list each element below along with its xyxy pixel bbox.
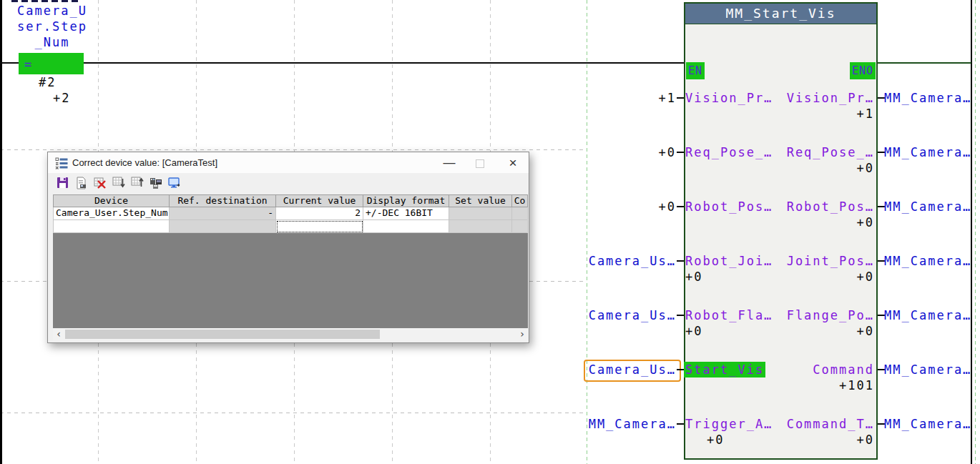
column-header: Set value [449,194,512,207]
fb-output-value: +0 [857,269,874,285]
fb-left-operand[interactable]: +0 [659,199,676,214]
column-header: Co [512,194,528,207]
co-cell [512,207,528,220]
pin-connector [677,369,684,370]
device-cell[interactable] [53,220,170,233]
pin-connector [677,260,684,262]
contact-operand-label[interactable]: Camera_User.Step_Num [6,3,99,50]
horizontal-scrollbar[interactable]: ‹ › [53,328,528,340]
fb-right-operand[interactable]: MM_Camera… [884,253,971,269]
fb-output-value: +0 [857,323,874,339]
fb-output-value: +1 [857,106,874,122]
dialog-toolbar [48,173,529,193]
fb-output-value: +0 [857,214,874,230]
fb-output-pin[interactable]: Flange_Po… [787,307,874,323]
right-power-rail [971,0,972,464]
current-value-cell[interactable]: 2 [276,207,363,220]
contact-operand-line: ser.Step [17,19,87,34]
left-power-rail [0,0,2,464]
fb-input-pin[interactable]: Vision_Pr… [685,90,773,106]
fb-input-value: +0 [707,432,724,448]
fb-output-pin[interactable]: Vision_Pr… [787,90,874,106]
fb-right-operand[interactable]: MM_Camera… [884,416,971,432]
table-row: Camera_User.Step_Num - 2 +/-DEC 16BIT [53,207,528,220]
table-empty-area [53,233,528,328]
pin-connector [677,152,684,153]
set-value-cell[interactable] [449,220,512,233]
device-value-table: Device Ref. destination Current value Di… [53,194,528,233]
ref-destination-cell [170,220,276,233]
display-format-cell[interactable]: +/-DEC 16BIT [363,207,449,220]
dialog-titlebar[interactable]: Correct device value: [CameraTest] — × [48,152,529,173]
minimize-button[interactable]: — [437,154,461,171]
fb-right-operand[interactable]: MM_Camera… [884,90,971,106]
set-value-cell[interactable] [449,207,512,220]
device-cell[interactable]: Camera_User.Step_Num [53,207,170,220]
fb-input-value: +0 [685,323,702,339]
display-format-cell[interactable] [363,220,449,233]
fb-output-value: +0 [857,432,874,448]
fb-output-pin[interactable]: Command [813,362,874,377]
contact-operand-line: _Num [35,35,70,49]
correct-device-value-dialog: Correct device value: [CameraTest] — × [47,152,529,343]
rung-line [878,62,971,64]
fb-input-value: +0 [685,269,702,285]
fb-right-operand[interactable]: MM_Camera… [884,362,971,377]
fb-output-value: +0 [857,160,874,176]
current-value-cell-focused[interactable] [276,220,363,233]
grid-line-horizontal [0,413,587,413]
comparison-operator: = [24,56,33,72]
fb-output-pin[interactable]: Req_Pose_… [787,144,874,160]
table-header-row: Device Ref. destination Current value Di… [53,194,528,207]
fb-input-pin[interactable]: Trigger_A… [685,416,773,432]
fb-left-operand[interactable]: MM_Camera… [589,416,676,432]
scroll-left-arrow[interactable]: ‹ [53,328,64,340]
dialog-title: Correct device value: [CameraTest] [72,157,217,168]
save-icon[interactable] [56,176,70,190]
pin-connector [677,315,684,316]
contact-operand-line: Camera_U [17,4,87,18]
scrollbar-thumb[interactable] [65,330,380,339]
fb-output-pin[interactable]: Command_T… [787,416,874,432]
fb-left-operand[interactable]: Camera_Us… [589,253,676,269]
grid-line-horizontal [0,149,587,150]
fb-right-operand[interactable]: MM_Camera… [884,199,971,214]
column-header: Current value [276,194,363,207]
fb-output-value: +101 [839,377,874,393]
insert-row-above-icon[interactable] [130,176,144,190]
ladder-editor-screen: Camera_User.Step_Num = #2 +2 MM_Start_Vi… [0,0,980,464]
fb-input-pin-active[interactable]: Start_Vis [684,362,765,377]
fb-left-operand[interactable]: +0 [659,144,676,160]
fb-input-pin[interactable]: Robot_Joi… [685,253,773,269]
fb-left-operand[interactable]: +1 [659,90,676,106]
fb-output-pin[interactable]: Robot_Pos… [787,199,874,214]
en-pin[interactable]: EN [686,62,705,79]
rung-line [0,62,684,64]
fb-right-operand[interactable]: MM_Camera… [884,144,971,160]
function-block-title: MM_Start_Vis [684,6,878,21]
device-memory-diagram-icon[interactable] [149,176,163,190]
register-to-device-memory-icon[interactable] [74,176,89,190]
fb-right-operand[interactable]: MM_Camera… [884,307,971,323]
eno-pin[interactable]: ENO [850,62,876,79]
fb-left-operand[interactable]: Camera_Us… [589,362,676,377]
column-header: Display format [363,194,449,207]
fb-left-operand[interactable]: Camera_Us… [589,307,676,323]
fb-input-pin[interactable]: Robot_Pos… [685,199,773,214]
close-button[interactable]: × [501,154,525,171]
insert-row-below-icon[interactable] [112,176,126,190]
monitor-display-icon[interactable] [167,176,182,190]
page-boundary-line [975,0,976,464]
fb-input-pin[interactable]: Robot_Fla… [685,307,773,323]
pin-connector [677,97,684,99]
pin-connector [677,206,684,207]
delete-row-icon[interactable] [93,176,107,190]
ref-destination-cell: - [170,207,276,220]
scroll-right-arrow[interactable]: › [516,328,528,340]
pin-connector [677,423,684,425]
page-boundary-line [587,0,587,464]
fb-output-pin[interactable]: Joint_Pos… [787,253,874,269]
fb-input-pin[interactable]: Req_Pose_… [685,144,773,160]
contact-step-literal: #2 [39,74,56,90]
clipped-text-sliver [11,0,80,2]
